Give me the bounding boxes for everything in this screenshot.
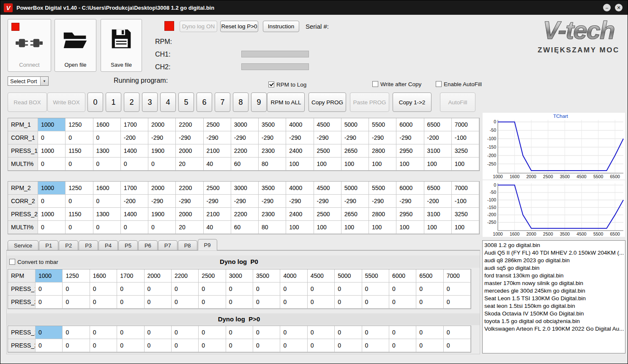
table-cell[interactable]: 2000: [176, 144, 203, 158]
table-cell[interactable]: 4000: [286, 182, 314, 195]
table-cell[interactable]: 0: [199, 296, 226, 309]
table-cell[interactable]: -200: [121, 195, 148, 208]
tab-p4[interactable]: P4: [98, 240, 118, 250]
table-cell[interactable]: 0: [90, 283, 117, 296]
table-cell[interactable]: 0: [389, 296, 416, 309]
table-cell[interactable]: 80: [259, 158, 286, 171]
table-cell[interactable]: 100: [314, 221, 341, 234]
table-cell[interactable]: 0: [93, 195, 121, 208]
table-cell[interactable]: -290: [148, 195, 176, 208]
tab-service[interactable]: Service: [8, 240, 38, 250]
table-cell[interactable]: 6500: [424, 118, 452, 131]
table-cell[interactable]: 0: [226, 296, 253, 309]
table-cell[interactable]: 0: [117, 326, 144, 339]
table-cell[interactable]: 0: [90, 296, 117, 309]
table-cell[interactable]: 2200: [231, 208, 259, 221]
table-cell[interactable]: 2400: [286, 144, 314, 158]
table-cell[interactable]: 0: [226, 326, 253, 339]
paste-prog-button[interactable]: Paste PROG: [350, 92, 389, 112]
table-cell[interactable]: -290: [259, 195, 286, 208]
read-box-button[interactable]: Read BOX: [8, 92, 47, 112]
table-cell[interactable]: 0: [117, 296, 144, 309]
table-cell[interactable]: 0: [63, 283, 90, 296]
table-cell[interactable]: 1000: [38, 182, 66, 195]
table-cell[interactable]: 1250: [63, 269, 90, 283]
table-cell[interactable]: -290: [286, 195, 314, 208]
table-cell[interactable]: 0: [38, 158, 66, 171]
table-cell[interactable]: 1000: [38, 144, 66, 158]
table-cell[interactable]: -100: [452, 131, 479, 144]
table-cell[interactable]: 0: [148, 221, 176, 234]
table-cell[interactable]: 100: [452, 221, 479, 234]
file-list-item[interactable]: audi q8 286km 2023 go digital.bin: [484, 257, 623, 264]
table-cell[interactable]: 5500: [362, 269, 389, 283]
digit-button-2[interactable]: 2: [124, 92, 139, 112]
table-cell[interactable]: 0: [121, 158, 148, 171]
table-cell[interactable]: 0: [416, 296, 443, 309]
table-cell[interactable]: 0: [335, 326, 362, 339]
table-cell[interactable]: 1700: [117, 269, 144, 283]
table-cell[interactable]: 0: [35, 339, 63, 352]
table-cell[interactable]: 1000: [35, 269, 63, 283]
table-cell[interactable]: 2000: [145, 269, 172, 283]
table-cell[interactable]: 0: [389, 326, 416, 339]
table-cell[interactable]: 0: [335, 283, 362, 296]
table-cell[interactable]: -290: [231, 131, 259, 144]
rpm-to-log-checkbox[interactable]: [268, 81, 274, 87]
table-cell[interactable]: -290: [176, 131, 203, 144]
instruction-button[interactable]: Instruction: [263, 21, 299, 32]
table-cell[interactable]: -290: [341, 195, 369, 208]
table-cell[interactable]: 2000: [176, 208, 203, 221]
table-cell[interactable]: 0: [38, 221, 66, 234]
table-cell[interactable]: -290: [204, 195, 231, 208]
write-after-copy-checkbox[interactable]: [372, 81, 378, 87]
table-cell[interactable]: 1600: [93, 118, 121, 131]
table-cell[interactable]: 0: [226, 339, 253, 352]
table-cell[interactable]: 5500: [369, 118, 396, 131]
table-cell[interactable]: 1600: [93, 182, 121, 195]
table-cell[interactable]: 3100: [424, 208, 452, 221]
table-cell[interactable]: 2000: [148, 118, 176, 131]
table-cell[interactable]: 100: [314, 158, 341, 171]
table-cell[interactable]: 100: [369, 221, 396, 234]
table-cell[interactable]: 40: [204, 158, 231, 171]
table-cell[interactable]: 6000: [389, 269, 416, 283]
file-list-item[interactable]: audi sq5 go digital.bin: [484, 264, 623, 272]
table-cell[interactable]: 6500: [424, 182, 452, 195]
file-list-item[interactable]: 3008 1.2 go digital.bin: [484, 242, 623, 249]
table-cell[interactable]: 0: [444, 283, 471, 296]
table-cell[interactable]: 100: [452, 158, 479, 171]
connect-button[interactable]: Connect: [8, 19, 51, 72]
table-cell[interactable]: 2400: [286, 208, 314, 221]
table-cell[interactable]: 0: [35, 283, 63, 296]
table-cell[interactable]: 100: [286, 221, 314, 234]
table-cell[interactable]: -290: [341, 131, 369, 144]
table-cell[interactable]: 0: [172, 326, 199, 339]
copy-prog-button[interactable]: Copy PROG: [309, 92, 346, 112]
table-cell[interactable]: 0: [362, 296, 389, 309]
table-cell[interactable]: 2200: [172, 269, 199, 283]
table-cell[interactable]: -290: [369, 131, 396, 144]
table-cell[interactable]: -200: [121, 131, 148, 144]
table-cell[interactable]: 0: [335, 296, 362, 309]
table-cell[interactable]: 0: [253, 339, 280, 352]
table-cell[interactable]: -290: [314, 195, 341, 208]
table-cell[interactable]: 1250: [66, 118, 93, 131]
table-cell[interactable]: 2100: [204, 144, 231, 158]
table-cell[interactable]: 2000: [148, 182, 176, 195]
table-cell[interactable]: 3000: [231, 182, 259, 195]
table-cell[interactable]: 4500: [314, 118, 341, 131]
table-cell[interactable]: 0: [308, 339, 335, 352]
digit-button-6[interactable]: 6: [197, 92, 212, 112]
table-cell[interactable]: 3250: [452, 208, 479, 221]
table-cell[interactable]: 4500: [314, 182, 341, 195]
table-cell[interactable]: 0: [66, 221, 93, 234]
table-cell[interactable]: 1600: [90, 269, 117, 283]
table-cell[interactable]: 1300: [93, 144, 121, 158]
table-cell[interactable]: 60: [231, 158, 259, 171]
table-cell[interactable]: 0: [362, 326, 389, 339]
table-cell[interactable]: 0: [90, 339, 117, 352]
table-cell[interactable]: 100: [396, 158, 424, 171]
table-cell[interactable]: 2500: [204, 118, 231, 131]
table-cell[interactable]: 0: [362, 283, 389, 296]
